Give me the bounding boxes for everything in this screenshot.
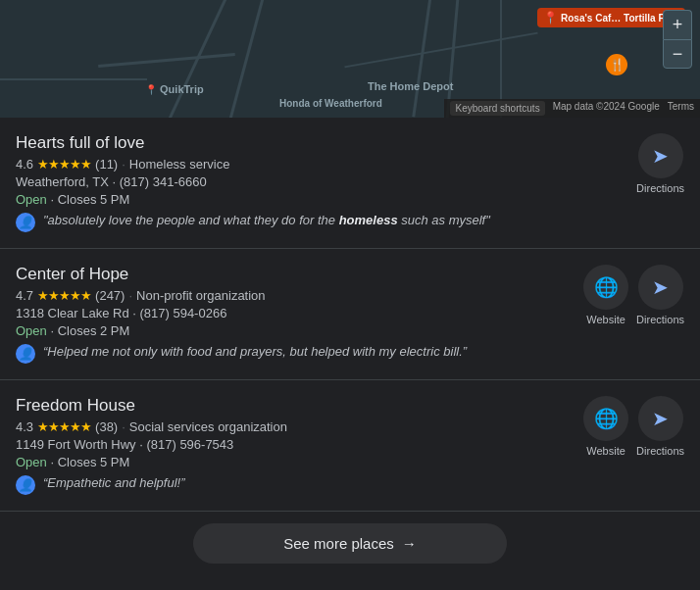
separator-3: ·	[122, 419, 125, 434]
directions-button-3[interactable]: ➤ Directions	[636, 396, 684, 457]
review-count-3: (38)	[95, 419, 118, 434]
stars-1: ★★★★★	[37, 157, 91, 172]
rating-num-2: 4.7	[16, 288, 33, 303]
see-more-label: See more places	[283, 535, 394, 552]
avatar-2: 👤	[16, 344, 35, 364]
see-more-section: See more places →	[0, 512, 700, 583]
actions-2: 🌐 Website ➤ Directions	[583, 265, 684, 325]
place-card-3: Freedom House 4.3 ★★★★★ (38) · Social se…	[0, 380, 700, 512]
place-name-2[interactable]: Center of Hope	[16, 265, 574, 284]
rating-row-1: 4.6 ★★★★★ (11) · Homeless service	[16, 157, 626, 172]
website-icon-2: 🌐	[594, 275, 619, 299]
website-icon-3: 🌐	[594, 407, 619, 430]
rating-row-2: 4.7 ★★★★★ (247) · Non-profit organizatio…	[16, 288, 574, 303]
stars-3: ★★★★★	[37, 419, 91, 434]
zoom-in-button[interactable]: +	[663, 10, 692, 39]
terms-link[interactable]: Terms	[668, 101, 694, 116]
directions-label-1: Directions	[636, 182, 684, 194]
close-time-3: · Closes 5 PM	[50, 455, 129, 469]
map-label-homedepot: The Home Depot	[368, 80, 453, 92]
map-zoom-controls: + −	[663, 10, 692, 69]
close-time-1: · Closes 5 PM	[50, 192, 129, 207]
directions-icon-2: ➤	[652, 275, 669, 299]
separator-2: ·	[128, 288, 132, 303]
map-label-quiktrip: 📍 QuikTrip	[145, 83, 204, 95]
address-3: 1149 Fort Worth Hwy · (817) 596-7543	[16, 437, 574, 452]
map-pin-restaurant[interactable]: 🍴	[606, 54, 627, 75]
directions-button-1[interactable]: ➤ Directions	[636, 133, 684, 194]
category-3: Social services organization	[129, 419, 287, 434]
close-time-2: · Closes 2 PM	[50, 323, 129, 338]
avatar-1: 👤	[16, 213, 35, 232]
website-label-2: Website	[586, 314, 625, 325]
map-label-honda: Honda of Weatherford	[279, 98, 382, 109]
keyboard-shortcuts[interactable]: Keyboard shortcuts	[450, 101, 544, 116]
address-2: 1318 Clear Lake Rd · (817) 594-0266	[16, 306, 574, 320]
directions-circle-3: ➤	[638, 396, 683, 441]
stars-2: ★★★★★	[37, 288, 91, 303]
rating-num-1: 4.6	[16, 157, 33, 172]
directions-label-3: Directions	[636, 445, 684, 457]
review-row-2: 👤 “Helped me not only with food and pray…	[16, 344, 574, 364]
directions-icon-1: ➤	[652, 144, 669, 168]
place-header-2: Center of Hope 4.7 ★★★★★ (247) · Non-pro…	[16, 265, 684, 364]
review-row-1: 👤 "absolutely love the people and what t…	[16, 213, 626, 232]
review-text-3: “Empathetic and helpful!”	[43, 475, 185, 490]
place-header-1: Hearts full of love 4.6 ★★★★★ (11) · Hom…	[16, 133, 684, 232]
zoom-out-button[interactable]: −	[663, 39, 692, 69]
review-count-2: (247)	[95, 288, 125, 303]
map-road	[0, 78, 147, 80]
avatar-3: 👤	[16, 475, 35, 495]
review-count-1: (11)	[95, 157, 118, 172]
rating-num-3: 4.3	[16, 419, 33, 434]
directions-circle-2: ➤	[638, 265, 683, 310]
place-card-2: Center of Hope 4.7 ★★★★★ (247) · Non-pro…	[0, 249, 700, 380]
review-row-3: 👤 “Empathetic and helpful!”	[16, 475, 574, 495]
place-name-1[interactable]: Hearts full of love	[16, 133, 626, 153]
open-status-2: Open · Closes 2 PM	[16, 323, 574, 338]
actions-1: ➤ Directions	[636, 133, 684, 194]
website-button-2[interactable]: 🌐 Website	[583, 265, 628, 325]
place-info-1: Hearts full of love 4.6 ★★★★★ (11) · Hom…	[16, 133, 636, 232]
open-status-1: Open · Closes 5 PM	[16, 192, 626, 207]
category-1: Homeless service	[129, 157, 230, 172]
open-status-3: Open · Closes 5 PM	[16, 455, 574, 469]
separator-1: ·	[122, 157, 125, 172]
rating-row-3: 4.3 ★★★★★ (38) · Social services organiz…	[16, 419, 574, 434]
website-circle-3: 🌐	[583, 396, 628, 441]
directions-label-2: Directions	[636, 314, 684, 325]
map-footer: Keyboard shortcuts Map data ©2024 Google…	[444, 99, 700, 118]
see-more-arrow: →	[402, 535, 417, 552]
review-text-1: "absolutely love the people and what the…	[43, 213, 490, 227]
address-1: Weatherford, TX · (817) 341-6660	[16, 174, 626, 189]
website-circle-2: 🌐	[583, 265, 628, 310]
place-card-1: Hearts full of love 4.6 ★★★★★ (11) · Hom…	[0, 118, 700, 249]
see-more-button[interactable]: See more places →	[193, 523, 507, 564]
place-info-2: Center of Hope 4.7 ★★★★★ (247) · Non-pro…	[16, 265, 583, 364]
actions-3: 🌐 Website ➤ Directions	[583, 396, 684, 457]
directions-icon-3: ➤	[652, 407, 669, 430]
map-data-label: Map data ©2024 Google	[553, 101, 660, 116]
category-2: Non-profit organization	[136, 288, 266, 303]
place-header-3: Freedom House 4.3 ★★★★★ (38) · Social se…	[16, 396, 684, 495]
website-label-3: Website	[586, 445, 625, 457]
directions-circle-1: ➤	[638, 133, 683, 178]
review-text-2: “Helped me not only with food and prayer…	[43, 344, 467, 359]
directions-button-2[interactable]: ➤ Directions	[636, 265, 684, 325]
map-section: 📍 QuikTrip The Home Depot Honda of Weath…	[0, 0, 700, 118]
place-name-3[interactable]: Freedom House	[16, 396, 574, 416]
place-info-3: Freedom House 4.3 ★★★★★ (38) · Social se…	[16, 396, 583, 495]
website-button-3[interactable]: 🌐 Website	[583, 396, 628, 457]
places-list: Hearts full of love 4.6 ★★★★★ (11) · Hom…	[0, 118, 700, 590]
